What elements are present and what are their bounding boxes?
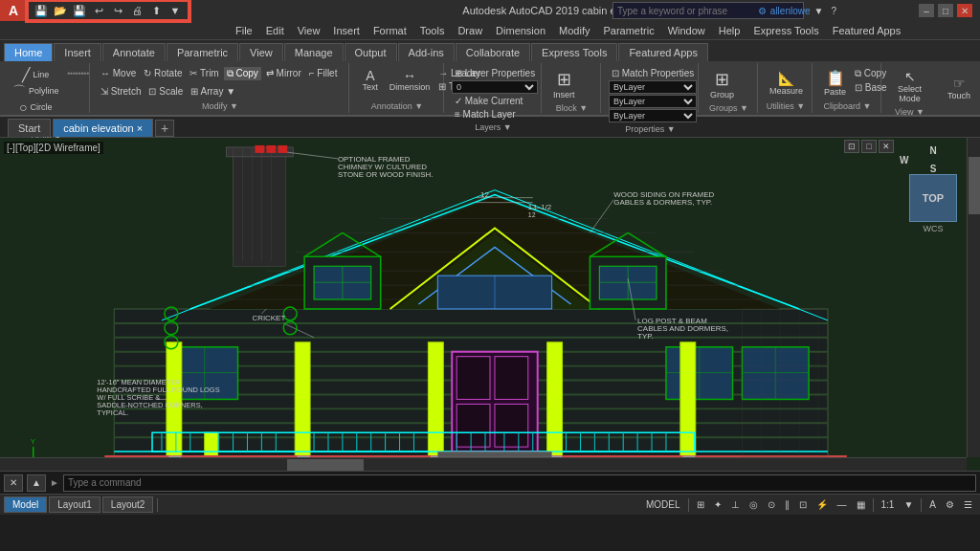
tab-express[interactable]: Express Tools <box>531 43 617 61</box>
tab-manage[interactable]: Manage <box>284 43 344 61</box>
tool-array[interactable]: ⊞ Array ▼ <box>188 85 238 98</box>
tool-measure[interactable]: 📐 Measure <box>766 69 807 98</box>
tool-fillet[interactable]: ⌐ Fillet <box>306 67 341 79</box>
svg-text:Y: Y <box>31 437 36 446</box>
tool-paste[interactable]: 📋 Paste <box>820 67 850 99</box>
tool-polyline[interactable]: ⌒ Polyline <box>10 83 62 99</box>
menu-format[interactable]: Format <box>368 23 412 38</box>
viewcube-box[interactable]: TOP <box>909 174 957 222</box>
tab-parametric[interactable]: Parametric <box>167 43 238 61</box>
status-osnap-btn[interactable]: ⊙ <box>764 498 779 511</box>
drawing-canvas[interactable]: 12 13–1/2 12 <box>0 138 980 471</box>
tab-collaborate[interactable]: Collaborate <box>456 43 530 61</box>
tool-circle[interactable]: ○ Circle <box>10 99 62 115</box>
status-ortho-btn[interactable]: ⊥ <box>727 498 744 511</box>
status-grid-btn[interactable]: ⊞ <box>693 498 708 511</box>
qa-redo-button[interactable]: ↪ <box>109 2 126 19</box>
status-polar-btn[interactable]: ◎ <box>746 498 762 511</box>
tool-trim[interactable]: ✂ Trim <box>187 67 221 79</box>
add-doc-tab-button[interactable]: + <box>155 120 174 137</box>
color-select[interactable]: ByLayer <box>609 109 697 122</box>
tool-rotate[interactable]: ↻ Rotate <box>141 67 185 79</box>
layout-layout1[interactable]: Layout1 <box>49 496 100 513</box>
layer-select[interactable]: 0 <box>452 80 538 94</box>
linetype-select[interactable]: ByLayer <box>609 80 697 94</box>
status-lw-btn[interactable]: — <box>834 498 851 511</box>
qa-print-button[interactable]: 🖨 <box>128 2 145 19</box>
status-snap-btn[interactable]: ✦ <box>710 498 725 511</box>
menu-modify[interactable]: Modify <box>553 23 595 38</box>
tool-touch[interactable]: ☞ Touch <box>944 74 974 102</box>
status-ducs-btn[interactable]: ⊡ <box>795 498 811 511</box>
status-isolate-btn[interactable]: ☰ <box>960 498 976 511</box>
app-menu-button[interactable]: A <box>0 0 27 21</box>
menu-help[interactable]: Help <box>713 23 746 38</box>
status-dyn-btn[interactable]: ⚡ <box>813 498 832 511</box>
status-annotation-btn[interactable]: A <box>925 498 940 511</box>
status-tp-btn[interactable]: ▦ <box>853 498 869 511</box>
tool-match-layer[interactable]: ≡ Match Layer <box>452 108 538 121</box>
horizontal-scrollbar[interactable] <box>0 457 967 471</box>
tab-view[interactable]: View <box>239 43 283 61</box>
qa-up-button[interactable]: ⬆ <box>147 2 165 19</box>
horizontal-scrollbar-thumb[interactable] <box>287 459 364 471</box>
status-workspace-btn[interactable]: ⚙ <box>942 498 958 511</box>
menu-featured[interactable]: Featured Apps <box>827 23 907 38</box>
menu-draw[interactable]: Draw <box>452 23 488 38</box>
qa-undo-button[interactable]: ↩ <box>90 2 107 19</box>
menu-parametric[interactable]: Parametric <box>597 23 659 38</box>
tab-featured[interactable]: Featured Apps <box>618 43 708 61</box>
tool-stretch[interactable]: ⇲ Stretch <box>98 85 144 98</box>
tool-make-current[interactable]: ✓ Make Current <box>452 95 538 107</box>
status-scale-btn[interactable]: ▼ <box>900 498 917 511</box>
viewport-restore-button[interactable]: ⊡ <box>844 140 859 153</box>
menu-view[interactable]: View <box>292 23 326 38</box>
qa-down-button[interactable]: ▼ <box>167 2 184 19</box>
tool-layer-properties[interactable]: ⊞ Layer Properties <box>452 67 538 79</box>
qa-open-button[interactable]: 📂 <box>52 2 69 19</box>
menu-dimension[interactable]: Dimension <box>490 23 551 38</box>
command-close-button[interactable]: ✕ <box>4 474 23 492</box>
lineweight-select[interactable]: ByLayer <box>609 95 697 108</box>
tool-move[interactable]: ↔ Move <box>98 67 139 79</box>
qa-new-button[interactable]: 💾 <box>33 2 50 19</box>
layout-layout2[interactable]: Layout2 <box>102 496 154 513</box>
tool-insert[interactable]: ⊞ Insert <box>549 67 579 101</box>
layout-model[interactable]: Model <box>4 496 47 513</box>
minimize-button[interactable]: – <box>919 4 934 17</box>
tool-line[interactable]: ╱ Line <box>10 67 62 82</box>
tab-annotate[interactable]: Annotate <box>102 43 166 61</box>
menu-tools[interactable]: Tools <box>414 23 451 38</box>
tool-text[interactable]: A Text <box>357 67 384 94</box>
command-input[interactable] <box>63 474 976 492</box>
command-expand-button[interactable]: ▲ <box>27 474 46 492</box>
status-otrack-btn[interactable]: ∥ <box>781 498 793 511</box>
tool-select-mode[interactable]: ↖ Select Mode <box>889 67 930 105</box>
tool-match-properties[interactable]: ⊡ Match Properties <box>609 67 697 79</box>
tool-group[interactable]: ⊞ Group <box>706 67 738 101</box>
status-model-btn[interactable]: MODEL <box>642 498 684 511</box>
doc-tab-cabin[interactable]: cabin elevation × <box>53 119 153 137</box>
menu-insert[interactable]: Insert <box>327 23 366 38</box>
tool-mirror[interactable]: ⇄ Mirror <box>263 67 304 79</box>
menu-file[interactable]: File <box>230 23 258 38</box>
tool-dimension[interactable]: ↔ Dimension <box>386 67 434 94</box>
maximize-button[interactable]: □ <box>938 4 953 17</box>
tab-insert[interactable]: Insert <box>54 43 101 61</box>
menu-window[interactable]: Window <box>662 23 711 38</box>
vertical-scrollbar-thumb[interactable] <box>969 157 980 214</box>
close-button[interactable]: ✕ <box>957 4 972 17</box>
menu-edit[interactable]: Edit <box>260 23 290 38</box>
tool-copy[interactable]: ⧉ Copy <box>224 67 261 80</box>
menu-express[interactable]: Express Tools <box>747 23 824 38</box>
viewcube[interactable]: N W S TOP WCS <box>900 145 967 241</box>
vertical-scrollbar[interactable] <box>967 138 980 457</box>
tab-home[interactable]: Home <box>4 43 53 61</box>
qa-save-button[interactable]: 💾 <box>71 2 88 19</box>
viewport-maximize-button[interactable]: □ <box>861 140 877 153</box>
viewport-close-button[interactable]: ✕ <box>879 140 894 153</box>
tool-scale[interactable]: ⊡ Scale <box>145 85 186 98</box>
tab-addins[interactable]: Add-ins <box>398 43 455 61</box>
doc-tab-start[interactable]: Start <box>8 119 51 137</box>
tab-output[interactable]: Output <box>345 43 397 61</box>
